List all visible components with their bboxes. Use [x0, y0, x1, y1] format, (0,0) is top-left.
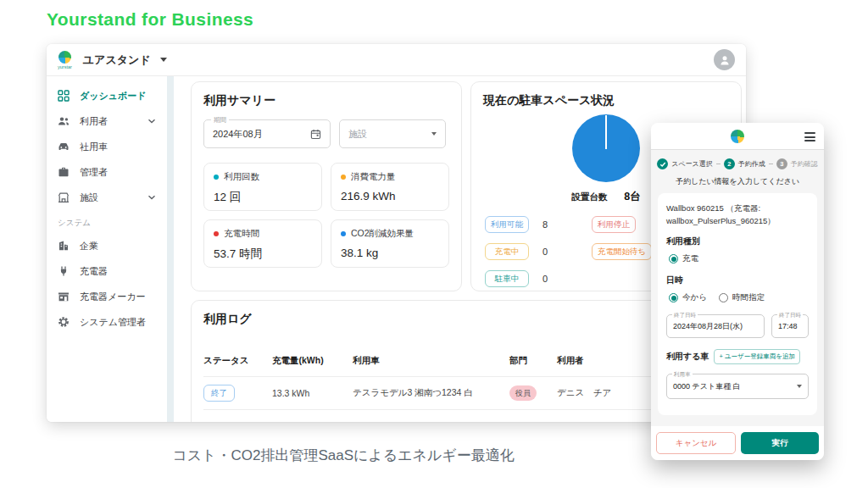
- chevron-down-icon: [147, 119, 156, 124]
- page-title: Yourstand for Business: [47, 9, 253, 30]
- log-table-header: ステータス 充電量(kWh) 利用車 部門 利用者: [203, 355, 729, 377]
- cell-kwh: 13.3 kWh: [272, 388, 353, 398]
- status-pill-stopped: 利用停止: [592, 216, 636, 233]
- sidebar-item-dashboard[interactable]: ダッシュボード: [47, 83, 167, 108]
- company-icon: [58, 240, 70, 252]
- yourstand-logo-icon: [731, 130, 744, 143]
- modal-footer: キャンセル 実行: [651, 426, 824, 460]
- sidebar-item-label: 充電器: [80, 265, 108, 278]
- usage-summary-title: 利用サマリー: [203, 93, 449, 108]
- parking-pie-chart: [572, 114, 640, 182]
- building-icon: [58, 191, 70, 203]
- col-header-kwh: 充電量(kWh): [272, 355, 353, 367]
- step-1-label: スペース選択: [671, 159, 713, 169]
- step-3-label: 予約確認: [791, 159, 818, 169]
- status-row-stopped: 利用停止: [592, 216, 652, 233]
- car-select-value: 0000 テスト車種 白: [673, 381, 741, 392]
- step-3-circle: 3: [776, 158, 787, 169]
- briefcase-icon: [58, 166, 70, 178]
- sidebar-item-label: 施設: [80, 191, 98, 204]
- factory-icon: [58, 291, 70, 302]
- select-caret-icon: [431, 132, 437, 136]
- radio-unchecked-icon: [719, 293, 728, 302]
- dept-badge: 役員: [509, 385, 537, 401]
- submit-button[interactable]: 実行: [741, 432, 819, 454]
- cancel-button[interactable]: キャンセル: [656, 432, 736, 454]
- end-time-field[interactable]: 終了日時 17:48: [771, 314, 809, 338]
- period-field[interactable]: 期間 2024年08月: [203, 119, 331, 148]
- table-row[interactable]: 終了 13.3 kWh テスラモデル3 湘南つ1234 白 役員 デニス チア: [203, 377, 729, 410]
- stat-value: 216.9 kWh: [341, 190, 439, 202]
- sidebar-item-label: 管理者: [80, 166, 108, 179]
- sidebar: ダッシュボード 利用者 社用車 管理: [47, 76, 167, 422]
- window-header: yurstar ユアスタンド: [47, 44, 746, 76]
- sidebar-item-charger-maker[interactable]: 充電器メーカー: [47, 284, 167, 309]
- end-time-field-value: 17:48: [778, 322, 798, 330]
- parking-status-title: 現在の駐車スペース状況: [483, 93, 729, 108]
- stat-card-power-consumed: 消費電力量 216.9 kWh: [331, 163, 449, 211]
- sidebar-item-company-car[interactable]: 社用車: [47, 134, 167, 159]
- pie-slice-divider: [605, 115, 607, 149]
- status-badge: 終了: [203, 385, 235, 402]
- stat-label: CO2削減効果量: [351, 228, 414, 240]
- status-row-parked: 駐車中 0: [485, 270, 548, 287]
- sidebar-item-manager[interactable]: 管理者: [47, 159, 167, 185]
- facility-select[interactable]: 施設: [339, 119, 446, 148]
- dashboard-window: yurstar ユアスタンド ダッシュボード 利用者: [47, 44, 746, 422]
- car-select-label: 利用車: [672, 371, 693, 379]
- yourstand-logo: yurstar: [58, 51, 72, 69]
- check-icon: [659, 161, 666, 168]
- col-header-status: ステータス: [203, 355, 272, 367]
- calendar-icon[interactable]: [310, 129, 321, 140]
- select-caret-icon: [797, 385, 802, 388]
- status-pill-parked: 駐車中: [485, 270, 529, 287]
- status-count: 0: [542, 247, 548, 257]
- car-select[interactable]: 利用車 0000 テスト車種 白: [666, 374, 809, 399]
- step-2-label: 予約作成: [738, 159, 765, 169]
- sidebar-item-label: 企業: [80, 240, 98, 252]
- hamburger-menu-icon[interactable]: [804, 132, 815, 141]
- status-pill-available: 利用可能: [485, 216, 529, 233]
- sidebar-item-facility[interactable]: 施設: [47, 185, 167, 210]
- sidebar-item-charger[interactable]: 充電器: [47, 258, 167, 284]
- status-count: 8: [542, 219, 548, 230]
- end-date-field-label: 終了日時: [672, 312, 698, 319]
- modal-subtitle: 予約したい情報を入力してください: [651, 176, 824, 187]
- radio-option-now[interactable]: 今から: [669, 292, 707, 303]
- cell-car: テスラモデル3 湘南つ1234 白: [353, 387, 509, 399]
- datetime-label: 日時: [666, 274, 809, 286]
- sidebar-item-company[interactable]: 企業: [47, 233, 167, 258]
- end-date-field[interactable]: 終了日時 2024年08月28日(水): [666, 314, 765, 338]
- sidebar-item-label: システム管理者: [80, 316, 146, 329]
- step-divider: [769, 164, 773, 164]
- stat-card-charge-time: 充電時間 53.7 時間: [203, 219, 322, 268]
- usage-log-title: 利用ログ: [203, 312, 729, 327]
- car-icon: [58, 141, 70, 152]
- caret-down-icon[interactable]: [160, 58, 167, 62]
- end-time-field-label: 終了日時: [777, 312, 803, 319]
- period-field-value: 2024年08月: [213, 128, 263, 141]
- dashboard-icon: [58, 90, 70, 102]
- radio-checked-icon: [669, 293, 678, 302]
- charger-plug-icon: [58, 265, 70, 277]
- sidebar-item-system-admin[interactable]: システム管理者: [47, 309, 167, 335]
- step-1-done-icon: [657, 158, 668, 169]
- sidebar-item-label: 社用車: [80, 141, 108, 153]
- status-row-charging: 充電中 0: [485, 243, 548, 260]
- stat-dot: [214, 231, 219, 236]
- stat-label: 充電時間: [224, 228, 259, 240]
- radio-option-scheduled[interactable]: 時間指定: [719, 292, 765, 303]
- radio-option-charge[interactable]: 充電: [669, 253, 698, 264]
- avatar[interactable]: [714, 49, 735, 70]
- status-row-waiting: 充電開始待ち: [592, 243, 652, 260]
- add-vehicle-button[interactable]: + ユーザー登録車両を追加: [714, 349, 800, 364]
- usage-summary-panel: 利用サマリー 期間 2024年08月 施設: [191, 81, 462, 291]
- radio-checked-icon: [669, 254, 678, 263]
- chevron-down-icon: [147, 195, 156, 200]
- brand-name: ユアスタンド: [83, 53, 151, 68]
- device-info: Wallbox 960215 （充電器: wallbox_PulserPlus_…: [666, 202, 809, 227]
- sidebar-item-users[interactable]: 利用者: [47, 108, 167, 134]
- stat-card-co2-reduction: CO2削減効果量 38.1 kg: [331, 219, 449, 268]
- period-field-label: 期間: [211, 116, 229, 125]
- gear-icon: [58, 316, 70, 328]
